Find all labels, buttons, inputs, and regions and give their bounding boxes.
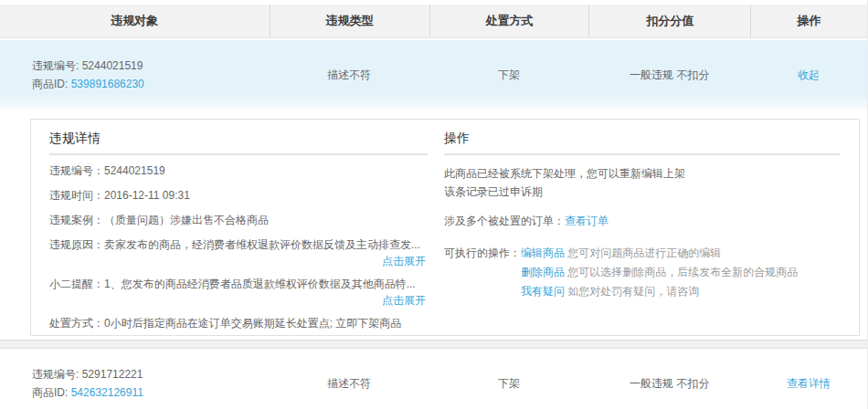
- orders-line: 涉及多个被处置的订单：查看订单: [444, 213, 840, 230]
- reason-expand-link[interactable]: 点击展开: [382, 255, 426, 267]
- detail-box: 违规详情 违规编号：5244021519 违规时间：2016-12-11 09:…: [30, 119, 860, 336]
- violation-time-field: 违规时间：2016-12-11 09:31: [49, 187, 428, 204]
- violation-number-line: 违规编号: 5291712221: [32, 365, 143, 383]
- field-label: 违规原因：: [49, 238, 104, 251]
- violation-management-screen: 违规对象 违规类型 处置方式 扣分分值 操作 违规编号: 5244021519 …: [0, 0, 868, 409]
- operation-cell: 查看详情: [750, 349, 867, 409]
- question-link[interactable]: 我有疑问: [521, 285, 565, 298]
- actions-panel-title: 操作: [444, 131, 840, 155]
- delete-product-desc: 您可以选择删除商品，后续发布全新的合规商品: [567, 266, 798, 278]
- product-id-line: 商品ID: 542632126911: [32, 383, 143, 402]
- field-value: 2016-12-11 09:31: [104, 189, 190, 202]
- column-header-violation-object: 违规对象: [0, 5, 270, 37]
- disposal-method-field: 处置方式：0小时后指定商品在途订单交易账期延长处置点; 立即下架商品: [49, 315, 428, 332]
- violation-number-value: 5244021519: [82, 59, 143, 72]
- field-value: 卖家发布的商品，经消费者维权退款评价数据反馈及主动排查发...: [104, 238, 420, 251]
- question-desc: 如您对处罚有疑问，请咨询: [567, 285, 699, 298]
- table-header: 违规对象 违规类型 处置方式 扣分分值 操作: [0, 5, 867, 38]
- field-label: 违规案例：: [49, 214, 104, 226]
- violation-object-cell: 违规编号: 5244021519 商品ID: 539891686230: [0, 40, 270, 110]
- status-line-1: 此商品已经被系统下架处理，您可以重新编辑上架: [444, 164, 840, 183]
- violation-number-line: 违规编号: 5244021519: [32, 57, 143, 75]
- field-label: 违规编号：: [49, 164, 104, 177]
- column-header-operation: 操作: [750, 5, 867, 37]
- edit-product-link[interactable]: 编辑商品: [521, 246, 565, 259]
- field-value: 0小时后指定商品在途订单交易账期延长处置点; 立即下架商品: [104, 317, 401, 330]
- violation-detail-panel: 违规详情 违规编号：5244021519 违规时间：2016-12-11 09:…: [31, 120, 444, 335]
- actions-panel: 操作 此商品已经被系统下架处理，您可以重新编辑上架 该条记录已过申诉期 涉及多个…: [444, 120, 859, 335]
- column-header-violation-type: 违规类型: [270, 5, 429, 37]
- disposal-cell: 下架: [429, 40, 589, 110]
- status-line-2: 该条记录已过申诉期: [444, 183, 840, 201]
- column-header-score-deduction: 扣分分值: [588, 5, 750, 37]
- edit-product-item: 编辑商品 您可对问题商品进行正确的编辑: [521, 244, 840, 263]
- field-value: 5244021519: [104, 164, 165, 177]
- staff-reminder-field: 小二提醒：1、您发布的商品经消费者品质退款维权评价数据及其他商品特...: [49, 276, 428, 293]
- reminder-expand-line: 点击展开: [49, 294, 428, 308]
- view-details-link[interactable]: 查看详情: [787, 376, 831, 392]
- violation-reason-field: 违规原因：卖家发布的商品，经消费者维权退款评价数据反馈及主动排查发...: [49, 236, 428, 254]
- disposal-cell: 下架: [429, 349, 589, 409]
- violation-number-value: 5291712221: [82, 368, 143, 381]
- field-value: （质量问题）涉嫌出售不合格商品: [104, 214, 269, 226]
- executable-actions-label: 可执行的操作：: [444, 244, 521, 301]
- score-cell: 一般违规 不扣分: [588, 40, 750, 110]
- question-item: 我有疑问 如您对处罚有疑问，请咨询: [521, 282, 840, 301]
- product-id-line: 商品ID: 539891686230: [32, 75, 144, 93]
- product-id-link[interactable]: 539891686230: [71, 78, 144, 90]
- violation-object-cell: 违规编号: 5291712221 商品ID: 542632126911: [0, 349, 270, 409]
- violation-type-cell: 描述不符: [270, 349, 429, 409]
- violation-number-label: 违规编号:: [32, 368, 79, 381]
- violation-type-cell: 描述不符: [270, 40, 429, 110]
- violation-number-label: 违规编号:: [32, 59, 79, 72]
- field-value: 1、您发布的商品经消费者品质退款维权评价数据及其他商品特...: [104, 278, 416, 290]
- violation-number-field: 违规编号：5244021519: [49, 163, 428, 180]
- collapse-link[interactable]: 收起: [798, 68, 820, 83]
- edit-product-desc: 您可对问题商品进行正确的编辑: [567, 246, 721, 259]
- field-label: 违规时间：: [49, 189, 104, 202]
- executable-actions-list: 编辑商品 您可对问题商品进行正确的编辑 删除商品 您可以选择删除商品，后续发布全…: [521, 244, 840, 301]
- product-id-link[interactable]: 542632126911: [71, 386, 143, 399]
- expanded-detail-area: 违规详情 违规编号：5244021519 违规时间：2016-12-11 09:…: [0, 110, 867, 340]
- violation-detail-title: 违规详情: [49, 131, 428, 155]
- row-separator-band: [0, 340, 867, 349]
- operation-cell: 收起: [750, 40, 867, 110]
- orders-label: 涉及多个被处置的订单：: [444, 215, 565, 227]
- view-orders-link[interactable]: 查看订单: [565, 215, 609, 227]
- reason-expand-line: 点击展开: [49, 255, 428, 268]
- delete-product-link[interactable]: 删除商品: [521, 266, 565, 278]
- violation-row-expanded: 违规编号: 5244021519 商品ID: 539891686230 描述不符…: [0, 40, 867, 110]
- column-header-disposal-method: 处置方式: [429, 5, 589, 37]
- score-cell: 一般违规 不扣分: [588, 349, 750, 409]
- product-id-label: 商品ID:: [32, 386, 68, 399]
- executable-actions-block: 可执行的操作： 编辑商品 您可对问题商品进行正确的编辑 删除商品 您可以选择删除…: [444, 244, 840, 301]
- delete-product-item: 删除商品 您可以选择删除商品，后续发布全新的合规商品: [521, 263, 840, 282]
- field-label: 处置方式：: [49, 317, 104, 330]
- reminder-expand-link[interactable]: 点击展开: [382, 294, 426, 307]
- field-label: 小二提醒：: [49, 278, 104, 290]
- violation-row-collapsed: 违规编号: 5291712221 商品ID: 542632126911 描述不符…: [0, 349, 867, 409]
- violation-case-field: 违规案例：（质量问题）涉嫌出售不合格商品: [49, 212, 428, 229]
- product-id-label: 商品ID:: [32, 78, 68, 90]
